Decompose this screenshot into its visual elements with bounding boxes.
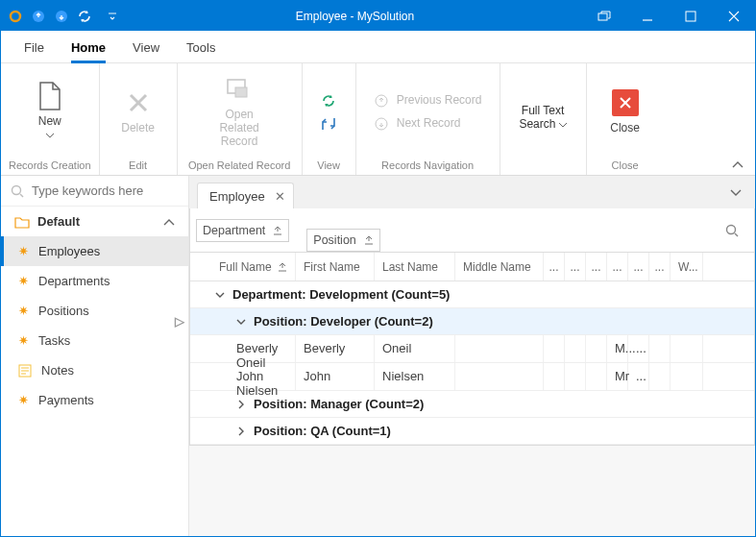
chevron-down-icon <box>215 290 225 300</box>
gear-icon: ✷ <box>18 393 29 407</box>
ribbon-group-view: View <box>317 156 340 173</box>
svg-point-11 <box>727 225 736 233</box>
notes-icon <box>18 364 32 378</box>
menu-bar: File Home View Tools <box>1 31 755 63</box>
nav-item-departments[interactable]: ✷Departments <box>1 266 188 296</box>
close-view-button[interactable]: Close <box>595 89 656 135</box>
gear-icon: ✷ <box>18 304 29 318</box>
folder-icon <box>14 215 30 229</box>
new-button[interactable]: New <box>19 83 81 142</box>
full-text-search-button[interactable]: Full Text Search <box>512 105 573 132</box>
column-ellipsis-5[interactable]: ... <box>628 253 649 281</box>
column-ellipsis-3[interactable]: ... <box>586 253 607 281</box>
qa-icon-2[interactable] <box>51 6 72 27</box>
collapse-ribbon-icon[interactable] <box>732 159 744 169</box>
ribbon-group-records-creation: Records Creation <box>9 156 91 173</box>
qa-icon-1[interactable] <box>28 6 49 27</box>
nav-item-payments[interactable]: ✷Payments <box>1 385 188 415</box>
data-row[interactable]: Beverly Oneil Beverly Oneil M... ... <box>190 335 754 363</box>
tab-strip: Employee ✕ <box>189 176 755 208</box>
open-related-record-button: Open Related Record <box>208 76 270 148</box>
nav-search-input[interactable] <box>32 183 179 198</box>
quick-access-toolbar <box>1 6 128 27</box>
group-row-department[interactable]: Department: Development (Count=5) <box>190 281 754 308</box>
group-by-panel[interactable]: Department Position <box>189 208 755 253</box>
svg-point-9 <box>12 185 21 194</box>
nav-group-default[interactable]: Default <box>1 206 188 236</box>
view-refresh-button[interactable] <box>321 93 336 109</box>
gear-icon: ✷ <box>18 244 29 258</box>
column-first-name[interactable]: First Name <box>296 253 375 281</box>
svg-rect-3 <box>598 13 607 20</box>
refresh-icon[interactable] <box>74 6 95 27</box>
close-view-icon <box>612 89 639 116</box>
column-middle-name[interactable]: Middle Name <box>455 253 544 281</box>
new-file-icon <box>37 83 63 110</box>
ribbon-group-edit: Edit <box>129 156 147 173</box>
reset-view-icon <box>321 116 336 132</box>
chevron-up-icon <box>163 217 175 227</box>
focus-indicator-icon: ▷ <box>175 314 184 329</box>
gear-icon[interactable] <box>5 6 26 27</box>
restore-icon[interactable] <box>582 1 625 31</box>
window-title: Employee - MySolution <box>128 10 582 23</box>
group-row-position-qa[interactable]: Position: QA (Count=1) <box>190 418 754 445</box>
ribbon-group-nav: Records Navigation <box>381 156 474 173</box>
column-spacer <box>703 253 754 281</box>
gear-icon: ✷ <box>18 274 29 288</box>
menu-file[interactable]: File <box>11 31 58 62</box>
open-related-icon <box>226 76 253 103</box>
data-row[interactable]: John Nielsen John Nielsen Mr ... <box>190 363 754 391</box>
next-record-icon <box>374 116 389 132</box>
svg-rect-4 <box>686 12 695 21</box>
nav-pane: Default ✷Employees ✷Departments ✷Positio… <box>1 176 189 536</box>
column-ellipsis-4[interactable]: ... <box>607 253 628 281</box>
group-row-position-developer[interactable]: Position: Developer (Count=2) ▷ <box>190 308 754 335</box>
tab-label: Employee <box>209 189 265 204</box>
svg-rect-6 <box>235 87 247 97</box>
delete-button: Delete <box>108 89 169 135</box>
nav-item-employees[interactable]: ✷Employees <box>1 236 188 266</box>
chevron-down-icon <box>236 317 246 327</box>
nav-item-positions[interactable]: ✷Positions <box>1 296 188 326</box>
chevron-right-icon <box>236 400 246 409</box>
menu-home[interactable]: Home <box>58 31 119 62</box>
column-last-name[interactable]: Last Name <box>375 253 455 281</box>
grid-search-icon[interactable] <box>725 224 748 237</box>
maximize-button[interactable] <box>669 1 712 31</box>
columns-header: Full Name First Name Last Name Middle Na… <box>190 253 754 281</box>
tab-employee[interactable]: Employee ✕ <box>197 183 294 208</box>
ribbon-group-open-related: Open Related Record <box>188 156 290 173</box>
search-icon <box>11 184 24 198</box>
close-button[interactable] <box>712 1 755 31</box>
titlebar: Employee - MySolution <box>1 1 755 31</box>
previous-record-button: Previous Record <box>374 93 482 109</box>
nav-search[interactable] <box>1 176 188 206</box>
column-full-name[interactable]: Full Name <box>190 253 296 281</box>
column-w[interactable]: W... <box>671 253 703 281</box>
ribbon: New Records Creation Delete Edit Open Re… <box>1 63 755 176</box>
nav-item-tasks[interactable]: ✷Tasks <box>1 326 188 355</box>
ribbon-group-close: Close <box>612 156 639 173</box>
svg-point-0 <box>11 12 20 21</box>
group-chip-department[interactable]: Department <box>196 219 289 242</box>
next-record-button: Next Record <box>374 116 461 132</box>
column-ellipsis-1[interactable]: ... <box>544 253 565 281</box>
nav-item-notes[interactable]: Notes <box>1 355 188 385</box>
menu-view[interactable]: View <box>119 31 173 62</box>
view-reset-button[interactable] <box>321 116 336 132</box>
tab-close-icon[interactable]: ✕ <box>275 189 285 204</box>
column-ellipsis-6[interactable]: ... <box>649 253 671 281</box>
refresh-small-icon <box>321 93 336 109</box>
prev-record-icon <box>374 93 389 109</box>
chevron-right-icon <box>236 427 246 436</box>
qa-customize-icon[interactable] <box>97 6 128 27</box>
group-chip-position[interactable]: Position <box>306 229 379 252</box>
delete-icon <box>125 89 152 116</box>
menu-tools[interactable]: Tools <box>173 31 229 62</box>
minimize-button[interactable] <box>625 1 669 31</box>
column-ellipsis-2[interactable]: ... <box>565 253 586 281</box>
collapse-tabs-icon[interactable] <box>730 187 747 197</box>
gear-icon: ✷ <box>18 333 29 348</box>
employees-grid: Full Name First Name Last Name Middle Na… <box>189 253 755 446</box>
